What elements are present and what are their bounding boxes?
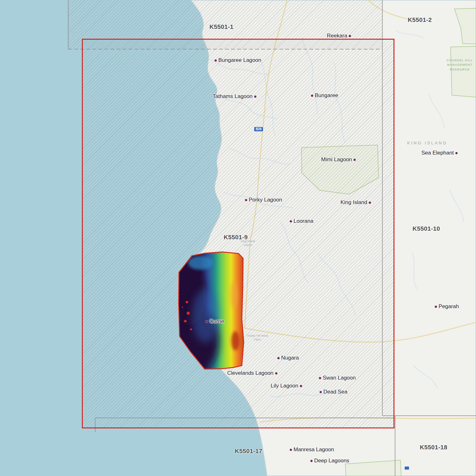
place-marker-dot xyxy=(320,391,322,393)
place-sea-elephant: Sea Elephant xyxy=(421,150,458,156)
place-name: Manresa Lagoon xyxy=(294,446,334,453)
place-name: Clevelands Lagoon xyxy=(227,370,274,376)
place-nugara: Nugara xyxy=(277,355,299,361)
place-pegarah: Pegarah xyxy=(435,303,459,310)
place-lily-lagoon: Lily Lagoon xyxy=(271,383,302,389)
place-name: Swan Lagoon xyxy=(323,375,356,381)
place-marker-dot xyxy=(311,95,313,97)
place-marker-dot xyxy=(369,202,371,204)
route-shield-minor xyxy=(404,466,409,470)
place-marker-dot xyxy=(245,199,247,201)
place-dead-sea: Dead Sea xyxy=(320,389,347,395)
place-marker-dot xyxy=(349,35,351,37)
tile-label-k5501-1: K5501-1 xyxy=(209,23,234,30)
place-bungaree-lagoon: Bungaree Lagoon xyxy=(215,57,261,63)
place-name: Nugara xyxy=(281,355,299,361)
place-marker-dot xyxy=(290,449,292,451)
place-name: Bungaree xyxy=(315,92,338,99)
place-name: Lily Lagoon xyxy=(271,383,298,389)
place-marker-dot xyxy=(300,385,302,387)
place-marker-dot xyxy=(354,159,356,161)
tile-label-k5501-17: K5501-17 xyxy=(235,448,262,455)
place-marker-dot xyxy=(319,377,321,379)
place-name: Currie xyxy=(209,318,224,325)
place-loorana: Loorana xyxy=(290,218,313,224)
place-name: Pegarah xyxy=(439,303,459,310)
map-canvas[interactable]: K5501-1 K5501-2 K5501-9 K5501-10 K5501-1… xyxy=(0,0,476,476)
place-manresa-lagoon: Manresa Lagoon xyxy=(290,446,334,453)
poi-label-wind-farm: Huxley Hill Wind Farm xyxy=(247,334,268,341)
route-shield-b26: B26 xyxy=(254,127,263,132)
place-name: Porky Lagoon xyxy=(249,197,282,203)
place-king-island: King Island xyxy=(340,199,371,206)
place-bungaree: Bungaree xyxy=(311,92,338,99)
place-marker-dot xyxy=(290,220,292,222)
place-marker-dot xyxy=(277,357,280,359)
place-name: Bungaree Lagoon xyxy=(218,57,261,63)
place-name: Tathams Lagoon xyxy=(213,93,253,100)
elevation-raster xyxy=(167,252,244,375)
place-name: King Island xyxy=(340,199,367,206)
tile-label-k5501-10: K5501-10 xyxy=(413,225,440,232)
region-label-counsel-hill: COUNSEL HILL MANAGEMENT RESOURCE xyxy=(443,58,476,72)
place-deep-lagoons: Deep Lagoons xyxy=(310,458,349,464)
place-marker-dot xyxy=(275,372,277,374)
place-marker-dot xyxy=(254,96,256,98)
tile-label-k5501-18: K5501-18 xyxy=(420,444,447,451)
place-currie: Currie xyxy=(206,318,224,325)
place-clevelands-lagoon: Clevelands Lagoon xyxy=(227,370,277,376)
place-marker-dot xyxy=(215,59,217,62)
place-name: Loorana xyxy=(294,218,313,224)
place-mimi-lagoon: Mimi Lagoon xyxy=(321,156,356,163)
place-marker-dot xyxy=(435,306,437,308)
poi-label-airport: King Island Airport xyxy=(237,240,258,247)
region-label-king-island: KING ISLAND xyxy=(407,141,447,145)
place-marker-dot xyxy=(206,321,208,323)
place-porky-lagoon: Porky Lagoon xyxy=(245,197,282,203)
place-name: Sea Elephant xyxy=(421,150,454,156)
place-marker-dot xyxy=(455,152,458,154)
place-marker-dot xyxy=(310,460,313,462)
place-name: Dead Sea xyxy=(323,389,347,395)
place-reekara: Reekara xyxy=(327,33,351,39)
tile-label-k5501-2: K5501-2 xyxy=(408,17,432,23)
place-swan-lagoon: Swan Lagoon xyxy=(319,375,356,381)
place-name: Deep Lagoons xyxy=(314,458,349,464)
place-name: Mimi Lagoon xyxy=(321,156,352,163)
place-name: Reekara xyxy=(327,33,347,39)
place-tathams-lagoon: Tathams Lagoon xyxy=(213,93,256,100)
